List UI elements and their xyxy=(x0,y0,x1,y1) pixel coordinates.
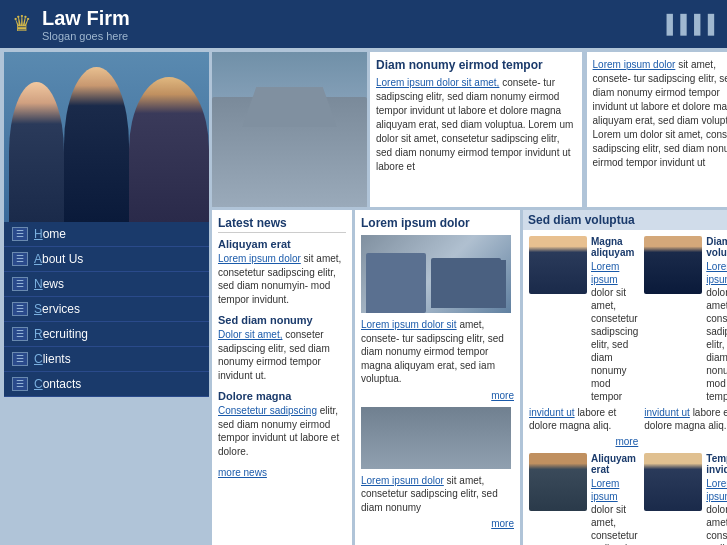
nav-icon-clients: ☰ xyxy=(12,352,28,366)
nav-item-clients[interactable]: ☰ Clients xyxy=(4,347,209,372)
right-column: Diam nonumy eirmod tempor Lorem ipsum do… xyxy=(212,52,727,545)
hero-right-link[interactable]: Lorem ipsum dolor xyxy=(593,59,676,70)
more-news-link[interactable]: more news xyxy=(218,467,267,478)
nav-link-services[interactable]: S xyxy=(34,302,42,316)
main-content: ☰ Home ☰ About Us ☰ News ☰ Services ☰ Re… xyxy=(0,48,727,545)
firm-name: Law Firm xyxy=(42,7,130,30)
nav-link-contacts[interactable]: C xyxy=(34,377,43,391)
lorem-link-2[interactable]: Lorem ipsum dolor xyxy=(361,475,444,486)
sed-photo-4 xyxy=(644,453,702,511)
sed-photo-3 xyxy=(529,453,587,511)
nav-icon-home: ☰ xyxy=(12,227,28,241)
lorem-more-link-2[interactable]: more xyxy=(491,518,514,529)
nav-label-about: About Us xyxy=(34,252,83,266)
news-item-2: Sed diam nonumy Dolor sit amet, conseter… xyxy=(218,314,346,382)
sed-link-1[interactable]: Lorem ipsum xyxy=(591,261,619,285)
hero-photo xyxy=(4,52,209,222)
news-item-3: Dolore magna Consetetur sadipscing elitr… xyxy=(218,390,346,458)
sed-more-link-1[interactable]: more xyxy=(615,436,638,447)
sed-more-container-1: more xyxy=(529,435,638,447)
lorem-link-1[interactable]: Lorem ipsum dolor sit xyxy=(361,319,457,330)
sed-diam-title: Sed diam voluptua xyxy=(523,210,727,230)
hero-body-text: consete- tur sadipscing elitr, sed diam … xyxy=(376,77,573,172)
nav-label-recruiting: Recruiting xyxy=(34,327,88,341)
lorem-image-1 xyxy=(361,235,511,313)
lorem-image-2 xyxy=(361,407,511,469)
sed-heading-3: Aliquyam erat xyxy=(591,453,638,475)
stats-icon: ▐▐▐▐ xyxy=(660,14,715,35)
sed-body-4: Lorem ipsum dolor sit amet, consetetur s… xyxy=(706,477,727,545)
news-text-1: Lorem ipsum dolor sit amet, consetetur s… xyxy=(218,252,346,306)
news-text-3: Consetetur sadipscing elitr, sed diam no… xyxy=(218,404,346,458)
nav-item-home[interactable]: ☰ Home xyxy=(4,222,209,247)
hero-link[interactable]: Lorem ipsum dolor sit amet, xyxy=(376,77,499,88)
sed-more-text-2: invidunt ut labore et dolore magna aliq. xyxy=(644,406,727,432)
news-heading-2: Sed diam nonumy xyxy=(218,314,346,326)
news-link-3[interactable]: Consetetur sadipscing xyxy=(218,405,317,416)
news-item-1: Aliquyam erat Lorem ipsum dolor sit amet… xyxy=(218,238,346,306)
lorem-block: Lorem ipsum dolor Lorem ipsum dolor sit … xyxy=(355,210,520,545)
crown-icon: ♛ xyxy=(12,11,32,37)
bottom-area: Latest news Aliquyam erat Lorem ipsum do… xyxy=(212,210,727,545)
sed-grid: Magna aliquyam Lorem ipsum dolor sit ame… xyxy=(529,236,727,545)
nav-link-news[interactable]: N xyxy=(34,277,43,291)
sed-link-2[interactable]: Lorem ipsum xyxy=(706,261,727,285)
sed-more-underline-1[interactable]: invidunt ut xyxy=(529,407,575,418)
person-figure-1 xyxy=(9,82,64,222)
nav-label-services: Services xyxy=(34,302,80,316)
hero-title: Diam nonumy eirmod tempor xyxy=(376,58,576,72)
sed-item-1: Magna aliquyam Lorem ipsum dolor sit ame… xyxy=(529,236,638,447)
sed-photo-1 xyxy=(529,236,587,294)
nav-icon-about: ☰ xyxy=(12,252,28,266)
sed-more-underline-2[interactable]: invidunt ut xyxy=(644,407,690,418)
sed-heading-4: Tempor invidunt xyxy=(706,453,727,475)
slogan: Slogan goes here xyxy=(42,30,130,42)
hero-text-block: Diam nonumy eirmod tempor Lorem ipsum do… xyxy=(370,52,582,207)
sed-more-container-2: more xyxy=(644,435,727,447)
news-heading-1: Aliquyam erat xyxy=(218,238,346,250)
nav-link-home[interactable]: H xyxy=(34,227,43,241)
lorem-img-building-left xyxy=(366,255,421,313)
sed-text-2: Diam voluptua Lorem ipsum dolor sit amet… xyxy=(706,236,727,403)
nav-icon-contacts: ☰ xyxy=(12,377,28,391)
sed-text-1: Magna aliquyam Lorem ipsum dolor sit ame… xyxy=(591,236,638,403)
sed-item-3: Aliquyam erat Lorem ipsum dolor sit amet… xyxy=(529,453,638,545)
left-column: ☰ Home ☰ About Us ☰ News ☰ Services ☰ Re… xyxy=(4,52,209,545)
sed-text-4: Tempor invidunt Lorem ipsum dolor sit am… xyxy=(706,453,727,545)
sed-photo-2 xyxy=(644,236,702,294)
nav-item-services[interactable]: ☰ Services xyxy=(4,297,209,322)
sed-link-4[interactable]: Lorem ipsum xyxy=(706,478,727,502)
sed-more-text-1: invidunt ut labore et dolore magna aliq. xyxy=(529,406,638,432)
nav-link-clients[interactable]: C xyxy=(34,352,43,366)
lorem-more-link-1[interactable]: more xyxy=(491,390,514,401)
news-link-2[interactable]: Dolor sit amet, xyxy=(218,329,282,340)
person-figure-3 xyxy=(129,77,209,222)
latest-news-title: Latest news xyxy=(218,216,346,233)
latest-news-panel: Latest news Aliquyam erat Lorem ipsum do… xyxy=(212,210,352,545)
lorem-more-1-container: more xyxy=(361,389,514,401)
nav-icon-services: ☰ xyxy=(12,302,28,316)
sed-text-3: Aliquyam erat Lorem ipsum dolor sit amet… xyxy=(591,453,638,545)
lorem-more-2-container: more xyxy=(361,517,514,529)
nav-item-about[interactable]: ☰ About Us xyxy=(4,247,209,272)
news-link-1[interactable]: Lorem ipsum dolor xyxy=(218,253,301,264)
more-news-container: more news xyxy=(218,466,346,478)
nav-item-news[interactable]: ☰ News xyxy=(4,272,209,297)
nav-item-recruiting[interactable]: ☰ Recruiting xyxy=(4,322,209,347)
nav-item-contacts[interactable]: ☰ Contacts xyxy=(4,372,209,397)
sed-item-inner-1: Magna aliquyam Lorem ipsum dolor sit ame… xyxy=(529,236,638,403)
lorem-img-building-right xyxy=(431,260,506,308)
sed-body-3: Lorem ipsum dolor sit amet, consetetur s… xyxy=(591,477,638,545)
news-heading-3: Dolore magna xyxy=(218,390,346,402)
hero-building-image xyxy=(212,52,367,207)
nav-link-about[interactable]: A xyxy=(34,252,42,266)
sed-item-4: Tempor invidunt Lorem ipsum dolor sit am… xyxy=(644,453,727,545)
nav-icon-recruiting: ☰ xyxy=(12,327,28,341)
nav-icon-news: ☰ xyxy=(12,277,28,291)
nav-link-recruiting[interactable]: R xyxy=(34,327,43,341)
lorem-block-title: Lorem ipsum dolor xyxy=(361,216,514,230)
nav-label-contacts: Contacts xyxy=(34,377,81,391)
sed-heading-1: Magna aliquyam xyxy=(591,236,638,258)
sed-link-3[interactable]: Lorem ipsum xyxy=(591,478,619,502)
nav-label-clients: Clients xyxy=(34,352,71,366)
